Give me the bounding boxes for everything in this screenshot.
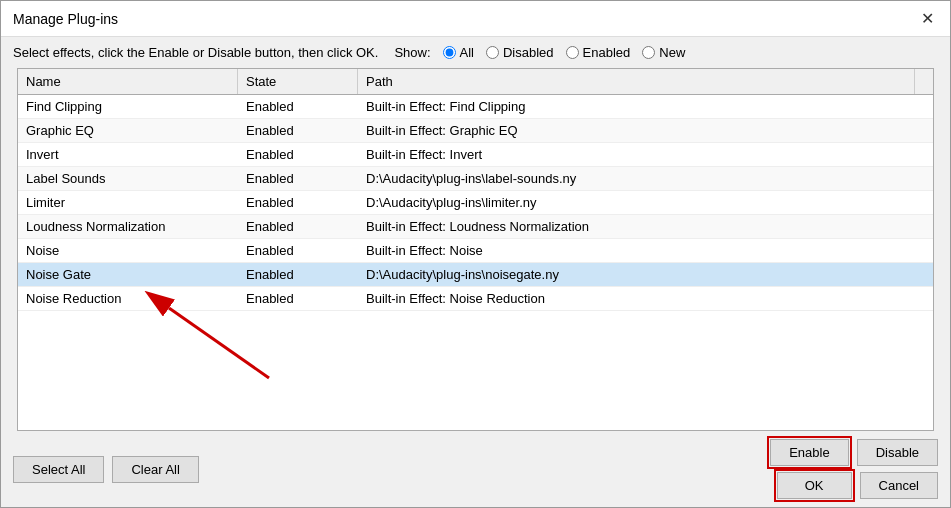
cell-state: Enabled [238, 263, 358, 286]
cell-path: Built-in Effect: Loudness Normalization [358, 215, 933, 238]
ok-cancel-row: OK Cancel [777, 472, 938, 499]
dialog-title: Manage Plug-ins [13, 11, 118, 27]
cell-name: Noise Reduction [18, 287, 238, 310]
cell-state: Enabled [238, 191, 358, 214]
cell-state: Enabled [238, 287, 358, 310]
enable-button[interactable]: Enable [770, 439, 848, 466]
cell-path: Built-in Effect: Find Clipping [358, 95, 933, 118]
cell-state: Enabled [238, 239, 358, 262]
cell-name: Limiter [18, 191, 238, 214]
cell-state: Enabled [238, 119, 358, 142]
cell-state: Enabled [238, 95, 358, 118]
clear-all-button[interactable]: Clear All [112, 456, 198, 483]
cell-path: Built-in Effect: Invert [358, 143, 933, 166]
radio-enabled[interactable]: Enabled [566, 45, 631, 60]
cell-name: Label Sounds [18, 167, 238, 190]
table-wrapper: Name State Path Find ClippingEnabledBuil… [9, 68, 942, 431]
cell-state: Enabled [238, 143, 358, 166]
cell-path: Built-in Effect: Graphic EQ [358, 119, 933, 142]
cell-name: Noise Gate [18, 263, 238, 286]
col-header-state: State [238, 69, 358, 94]
footer-right-buttons: Enable Disable OK Cancel [770, 439, 938, 499]
plugins-table: Name State Path Find ClippingEnabledBuil… [17, 68, 934, 431]
cell-name: Graphic EQ [18, 119, 238, 142]
cell-state: Enabled [238, 167, 358, 190]
cell-name: Loudness Normalization [18, 215, 238, 238]
radio-disabled[interactable]: Disabled [486, 45, 554, 60]
manage-plugins-dialog: Manage Plug-ins ✕ Select effects, click … [0, 0, 951, 508]
cell-path: D:\Audacity\plug-ins\noisegate.ny [358, 263, 933, 286]
cell-path: D:\Audacity\plug-ins\label-sounds.ny [358, 167, 933, 190]
footer-left-buttons: Select All Clear All [13, 456, 199, 483]
disable-button[interactable]: Disable [857, 439, 938, 466]
table-row[interactable]: Noise GateEnabledD:\Audacity\plug-ins\no… [18, 263, 933, 287]
col-header-scroll [915, 69, 933, 94]
cell-state: Enabled [238, 215, 358, 238]
cell-name: Find Clipping [18, 95, 238, 118]
table-row[interactable]: Loudness NormalizationEnabledBuilt-in Ef… [18, 215, 933, 239]
table-body[interactable]: Find ClippingEnabledBuilt-in Effect: Fin… [18, 95, 933, 430]
ok-button[interactable]: OK [777, 472, 852, 499]
table-row[interactable]: Graphic EQEnabledBuilt-in Effect: Graphi… [18, 119, 933, 143]
table-row[interactable]: Find ClippingEnabledBuilt-in Effect: Fin… [18, 95, 933, 119]
show-radio-group: All Disabled Enabled New [443, 45, 686, 60]
title-bar: Manage Plug-ins ✕ [1, 1, 950, 37]
cell-name: Invert [18, 143, 238, 166]
footer: Select All Clear All Enable Disable OK C… [1, 431, 950, 507]
col-header-path: Path [358, 69, 915, 94]
cell-path: D:\Audacity\plug-ins\limiter.ny [358, 191, 933, 214]
instruction-text: Select effects, click the Enable or Disa… [13, 45, 378, 60]
col-header-name: Name [18, 69, 238, 94]
cancel-button[interactable]: Cancel [860, 472, 938, 499]
cell-path: Built-in Effect: Noise Reduction [358, 287, 933, 310]
show-label: Show: [394, 45, 430, 60]
table-header: Name State Path [18, 69, 933, 95]
cell-name: Noise [18, 239, 238, 262]
radio-all[interactable]: All [443, 45, 474, 60]
table-row[interactable]: NoiseEnabledBuilt-in Effect: Noise [18, 239, 933, 263]
toolbar: Select effects, click the Enable or Disa… [1, 37, 950, 68]
enable-disable-row: Enable Disable [770, 439, 938, 466]
select-all-button[interactable]: Select All [13, 456, 104, 483]
table-row[interactable]: LimiterEnabledD:\Audacity\plug-ins\limit… [18, 191, 933, 215]
radio-new[interactable]: New [642, 45, 685, 60]
table-row[interactable]: InvertEnabledBuilt-in Effect: Invert [18, 143, 933, 167]
close-button[interactable]: ✕ [917, 9, 938, 28]
table-row[interactable]: Label SoundsEnabledD:\Audacity\plug-ins\… [18, 167, 933, 191]
table-row[interactable]: Noise ReductionEnabledBuilt-in Effect: N… [18, 287, 933, 311]
cell-path: Built-in Effect: Noise [358, 239, 933, 262]
